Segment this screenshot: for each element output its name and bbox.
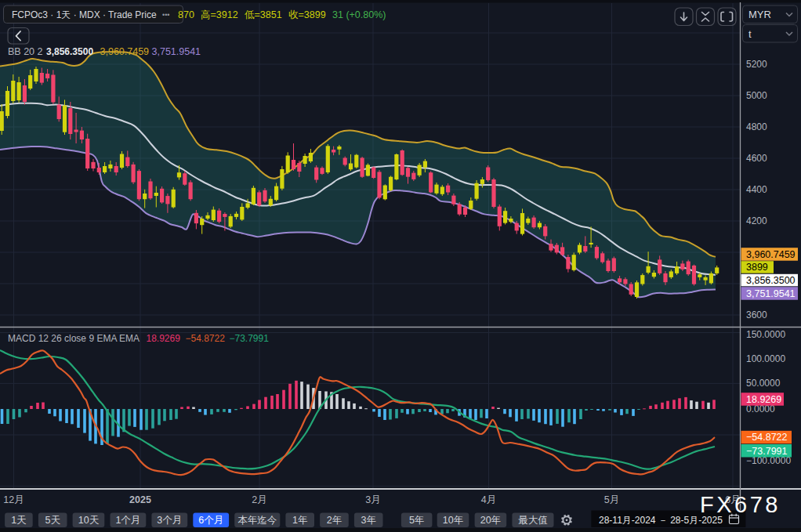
svg-text:−54.8722: −54.8722 xyxy=(746,432,788,443)
svg-text:3899: 3899 xyxy=(746,262,768,273)
svg-text:4600: 4600 xyxy=(746,153,767,164)
svg-text:2025: 2025 xyxy=(129,494,151,505)
svg-text:5200: 5200 xyxy=(746,59,767,70)
svg-text:最大值: 最大值 xyxy=(518,515,548,526)
svg-text:MACD 12 26 close 9 EMA EMA: MACD 12 26 close 9 EMA EMA xyxy=(8,333,140,344)
svg-text:3,960.7459: 3,960.7459 xyxy=(100,46,150,57)
svg-text:1个月: 1个月 xyxy=(115,515,140,526)
svg-text:•••: ••• xyxy=(162,11,169,19)
svg-text:31 (+0.80%): 31 (+0.80%) xyxy=(332,9,386,20)
svg-text:1年: 1年 xyxy=(292,515,307,526)
svg-text:3600: 3600 xyxy=(746,309,767,320)
svg-text:18.9269: 18.9269 xyxy=(746,394,781,405)
svg-text:3,856.3500: 3,856.3500 xyxy=(46,46,93,57)
svg-text:3,751.9541: 3,751.9541 xyxy=(152,46,201,57)
svg-text:50.0000: 50.0000 xyxy=(746,378,781,389)
svg-text:18.9269: 18.9269 xyxy=(147,333,181,344)
svg-text:BB 20 2: BB 20 2 xyxy=(8,46,43,57)
svg-text:2月: 2月 xyxy=(252,494,266,505)
svg-text:高=3912: 高=3912 xyxy=(201,9,238,20)
svg-text:10天: 10天 xyxy=(78,515,100,526)
svg-text:FCPOc3 · 1天 · MDX · Trade Pric: FCPOc3 · 1天 · MDX · Trade Price xyxy=(12,9,157,20)
svg-text:4200: 4200 xyxy=(746,215,767,226)
svg-text:低=3851: 低=3851 xyxy=(245,9,282,20)
svg-text:收=3899: 收=3899 xyxy=(288,9,326,20)
svg-text:4800: 4800 xyxy=(746,121,767,132)
svg-text:12月: 12月 xyxy=(3,494,24,505)
svg-text:−54.8722: −54.8722 xyxy=(186,333,226,344)
svg-text:5年: 5年 xyxy=(409,515,424,526)
svg-text:6个月: 6个月 xyxy=(198,515,223,526)
svg-text:4400: 4400 xyxy=(746,184,767,195)
svg-text:t: t xyxy=(748,28,752,40)
svg-text:5天: 5天 xyxy=(45,515,60,526)
svg-text:4月: 4月 xyxy=(481,494,496,505)
svg-text:20年: 20年 xyxy=(480,515,501,526)
svg-text:5000: 5000 xyxy=(746,90,767,101)
svg-text:10年: 10年 xyxy=(443,515,463,526)
svg-text:3,751.9541: 3,751.9541 xyxy=(746,288,796,299)
svg-text:150.0000: 150.0000 xyxy=(746,329,785,340)
svg-text:3年: 3年 xyxy=(361,515,375,526)
svg-text:3月: 3月 xyxy=(365,494,380,505)
svg-text:3个月: 3个月 xyxy=(157,515,182,526)
svg-text:2年: 2年 xyxy=(327,515,342,526)
svg-text:870: 870 xyxy=(178,9,194,20)
svg-text:3,960.7459: 3,960.7459 xyxy=(746,249,796,260)
svg-text:FX678: FX678 xyxy=(700,492,781,517)
svg-text:MYR: MYR xyxy=(748,9,771,20)
svg-text:−73.7991: −73.7991 xyxy=(230,333,270,344)
svg-text:3,856.3500: 3,856.3500 xyxy=(746,275,796,286)
svg-text:100.0000: 100.0000 xyxy=(746,353,785,364)
svg-text:−73.7991: −73.7991 xyxy=(746,446,788,457)
svg-text:本年迄今: 本年迄今 xyxy=(237,515,277,526)
svg-text:1天: 1天 xyxy=(11,515,27,526)
svg-text:5月: 5月 xyxy=(604,494,619,505)
